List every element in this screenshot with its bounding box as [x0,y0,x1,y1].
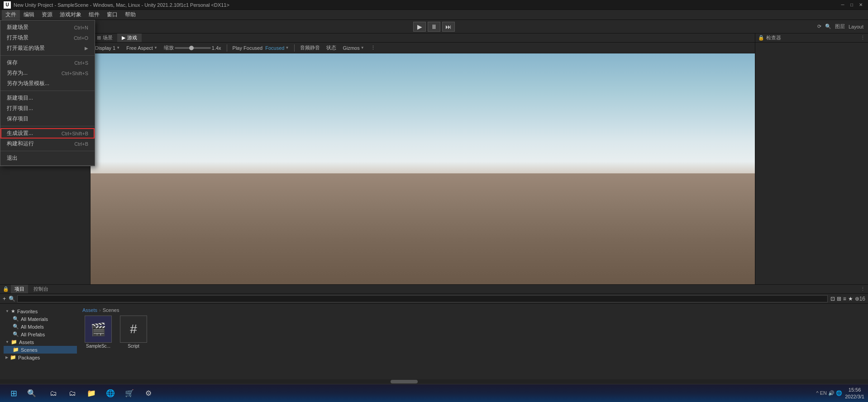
unity-logo-icon: U [4,1,11,9]
tab-game[interactable]: ▶ 游戏 [117,34,142,42]
tree-favorites[interactable]: ▼ ★ Favorites [4,307,77,315]
inspector-menu-icon[interactable]: ⋮ [860,35,865,41]
aspect-dropdown[interactable]: Free Aspect ▼ [124,45,159,51]
tree-all-materials[interactable]: 🔍 All Materials [4,315,77,323]
taskbar-pinned-apps: 🗂 🗂 📁 🌐 🛒 ⚙ [44,385,157,402]
inspector-header: 🔒 检查器 ⋮ [755,34,868,43]
layers-btn[interactable]: 图层 [835,23,845,30]
tree-all-prefabs[interactable]: 🔍 All Prefabs [4,330,77,338]
scene-asset-name: SampleSc... [86,344,110,349]
lock-icon-bottom[interactable]: 🔒 [3,286,9,292]
display-dropdown[interactable]: Display 1 ▼ [93,45,122,51]
menu-build-run[interactable]: 构建和运行 Ctrl+B [0,139,95,149]
all-models-label: All Models [21,324,44,330]
gizmos-btn[interactable]: Gizmos ▼ [341,45,366,51]
lock-icon-inspector[interactable]: 🔒 [758,35,764,41]
menu-save-project[interactable]: 保存项目 [0,114,95,124]
menu-item-assets[interactable]: 资源 [38,10,56,20]
taskbar-search-button[interactable]: 🔍 [23,385,41,402]
breadcrumb-assets[interactable]: Assets [82,307,97,313]
taskbar-clock[interactable]: 15:56 2022/3/1 [845,387,864,400]
scale-slider[interactable] [175,47,211,49]
save-template-label: 另存为场景模板... [7,80,49,87]
bottom-scrollbar[interactable] [0,379,868,384]
recent-scene-label: 打开最近的场景 [7,44,45,52]
aspect-label: Free Aspect [126,45,153,51]
all-prefabs-label: All Prefabs [21,332,45,337]
taskbar-folder[interactable]: 📁 [82,385,100,402]
bottom-panel-tabs: 🔒 项目 控制台 ⋮ [0,285,868,294]
assets-grid: 🎬 SampleSc... # Script [82,316,864,349]
asset-item-samplescene[interactable]: 🎬 SampleSc... [82,316,114,349]
layout-btn[interactable]: Layout [849,24,863,29]
icon-expand[interactable]: ⊡ [830,296,835,302]
game-tab-icon: ▶ [122,35,125,41]
menu-item-component[interactable]: 组件 [85,10,103,20]
more-options-btn[interactable]: ⋮ [369,44,377,51]
icon-filter[interactable]: ≡ [843,296,846,302]
menu-build-settings[interactable]: 生成设置... Ctrl+Shift+B [0,128,95,139]
maximize-button[interactable]: □ [848,1,855,9]
pause-button[interactable]: ⏸ [428,22,440,32]
build-settings-label: 生成设置... [7,129,33,137]
menu-item-window[interactable]: 窗口 [103,10,121,20]
menu-exit[interactable]: 退出 [0,153,95,163]
play-button[interactable]: ▶ [413,22,426,32]
menu-open-project[interactable]: 打开项目... [0,103,95,114]
menu-save-as[interactable]: 另存为... Ctrl+Shift+S [0,68,95,78]
tree-scenes[interactable]: 📁 Scenes [4,346,77,354]
scale-control: 缩放 1.4x [162,44,223,52]
scale-label: 缩放 [164,44,174,51]
menu-save-template[interactable]: 另存为场景模板... [0,78,95,89]
menu-save[interactable]: 保存 Ctrl+S [0,57,95,68]
game-tab-label: 游戏 [127,34,137,41]
history-icon[interactable]: ⟳ [817,24,821,29]
bottom-search-input[interactable] [17,295,828,302]
scene-tab-label: 场景 [103,34,113,41]
asset-item-script[interactable]: # Script [118,316,149,349]
menu-recent-scene[interactable]: 打开最近的场景 ▶ [0,43,95,53]
bottom-more-icon[interactable]: ⋮ [860,286,865,292]
step-button[interactable]: ⏭ [442,22,455,32]
tab-project[interactable]: 项目 [11,285,28,293]
taskbar-file-explorer[interactable]: 🗂 [44,385,62,402]
file-tree: ▼ ★ Favorites 🔍 All Materials 🔍 All Mode… [2,306,79,378]
taskbar-date-value: 2022/3/1 [845,393,864,400]
bottom-panel-icons: ⋮ [860,286,865,292]
dropdown-section-3: 新建项目... 打开项目... 保存项目 [0,91,95,126]
tab-scene[interactable]: ⊞ 场景 [92,34,117,42]
play-focused-dropdown[interactable]: Play Focused Focused ▼ [231,45,291,51]
taskbar-settings[interactable]: ⚙ [139,385,157,402]
build-settings-shortcut: Ctrl+Shift+B [62,131,88,136]
tree-assets[interactable]: ▼ 📁 Assets [4,338,77,346]
taskbar-start-button[interactable]: ⊞ [5,385,23,402]
icon-columns[interactable]: ⊞ [837,296,841,302]
search-icon[interactable]: 🔍 [825,24,831,29]
menu-item-gameobject[interactable]: 游戏对象 [56,10,85,20]
taskbar-store[interactable]: 🛒 [120,385,138,402]
display-label: Display 1 [95,45,115,51]
taskbar-browser[interactable]: 🌐 [101,385,119,402]
menu-new-project[interactable]: 新建项目... [0,93,95,103]
menu-item-file[interactable]: 文件 [2,10,20,20]
inspector-panel: 🔒 检查器 ⋮ [755,34,868,284]
tree-packages[interactable]: ▶ 📁 Packages [4,354,77,361]
icon-star[interactable]: ★ [848,296,853,302]
tab-console[interactable]: 控制台 [30,285,52,293]
menu-new-scene[interactable]: 新建场景 Ctrl+N [0,22,95,33]
menu-item-edit[interactable]: 编辑 [20,10,38,20]
menu-bar: 文件 编辑 资源 游戏对象 组件 窗口 帮助 [0,10,868,20]
menu-item-help[interactable]: 帮助 [121,10,139,20]
mute-btn[interactable]: 音频静音 [298,44,322,52]
taskbar-app2[interactable]: 🗂 [63,385,81,402]
exit-label: 退出 [7,154,18,162]
menu-open-scene[interactable]: 打开场景 Ctrl+O [0,33,95,43]
minimize-button[interactable]: ─ [839,1,846,9]
add-btn[interactable]: + [3,296,6,302]
assets-arrow: ▼ [5,340,9,344]
dropdown-section-5: 退出 [0,151,95,166]
close-button[interactable]: ✕ [857,1,864,9]
stats-btn[interactable]: 状态 [324,44,338,52]
tree-all-models[interactable]: 🔍 All Models [4,323,77,330]
game-view [91,53,755,284]
